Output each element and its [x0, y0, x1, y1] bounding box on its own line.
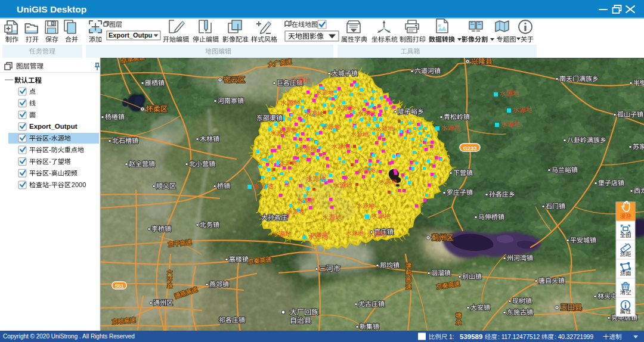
svg-text:: 117.12477512: : 117.12477512 [498, 334, 540, 340]
svg-text:UniGIS Desktop: UniGIS Desktop [17, 4, 86, 14]
svg-text:G233: G233 [463, 145, 476, 151]
svg-text:S51: S51 [114, 283, 123, 289]
svg-text:Copyright © 2020 UniStrong . A: Copyright © 2020 UniStrong . All Rights … [3, 333, 135, 340]
svg-text:Export_Output: Export_Output [29, 123, 78, 130]
svg-text:539589: 539589 [460, 333, 482, 340]
svg-text:1:: 1: [449, 333, 454, 340]
svg-text:2000: 2000 [72, 181, 86, 188]
svg-text:Export_Outpu: Export_Outpu [109, 32, 152, 39]
svg-text:: 40.32721999: : 40.32721999 [555, 334, 593, 340]
